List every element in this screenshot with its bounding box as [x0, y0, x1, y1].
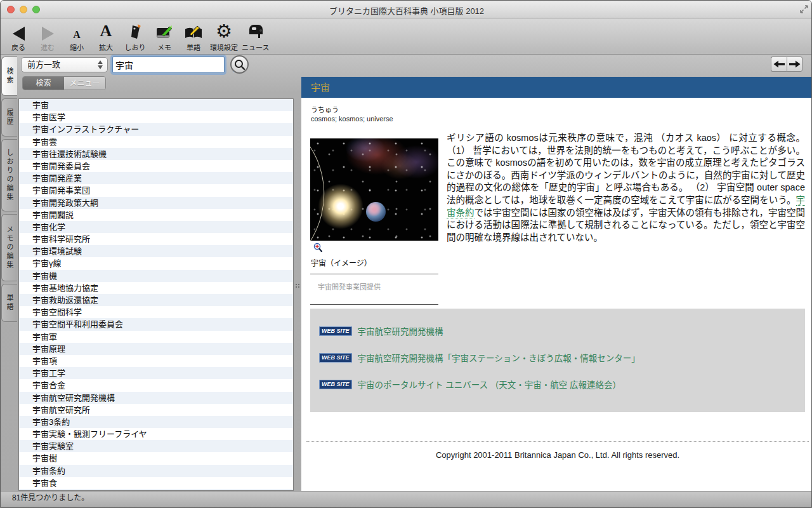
list-item[interactable]: 宇宙開発政策大綱: [19, 197, 293, 209]
search-input[interactable]: [113, 57, 233, 72]
enlarge-text-button[interactable]: A 拡大: [93, 19, 119, 52]
results-list: 宇宙 宇宙医学 宇宙インフラストラクチャー 宇宙雲 宇宙往還技術試験機 宇宙開発…: [18, 98, 294, 491]
list-item[interactable]: 宇宙実験・観測フリーフライヤ: [19, 428, 293, 440]
list-item[interactable]: 宇宙往還技術試験機: [19, 148, 293, 160]
article-title: 宇宙: [311, 82, 330, 93]
sidebar-tab-history[interactable]: 履歴: [1, 98, 17, 137]
body-text-part1: ギリシア語の kosmosは元来秩序の意味で，混沌 （カオス kaos） に対立…: [447, 133, 812, 205]
article-title-bar: 宇宙: [301, 77, 812, 98]
match-mode-select[interactable]: 前方一致: [21, 57, 108, 72]
space-image[interactable]: [310, 138, 438, 241]
body-text-part2: では宇宙空間には国家の領空権は及ばず，宇宙天体の領有も排除され，宇宙空間における…: [447, 208, 805, 243]
list-item[interactable]: 宇宙実験室: [19, 440, 293, 452]
sidebar: 検索 履歴 しおりの編集 メモの編集 単語: [1, 57, 18, 324]
list-item[interactable]: 宇宙軍: [19, 331, 293, 343]
article-reading: うちゅう: [311, 104, 812, 114]
search-button[interactable]: [230, 55, 249, 74]
weblink-item[interactable]: WEB SITE 宇宙航空研究開発機構: [319, 324, 799, 337]
list-item[interactable]: 宇宙化学: [19, 221, 293, 233]
list-item[interactable]: 宇宙開発産業: [19, 172, 293, 184]
toolbar: 戻る 進む A 縮小 A 拡大 しおり メモ: [1, 18, 812, 55]
image-credit: 宇宙開発事業団提供: [310, 274, 438, 298]
preferences-button[interactable]: ⚙ 環境設定: [210, 19, 238, 52]
weblink-item[interactable]: WEB SITE 宇宙航空研究開発機構「宇宙ステーション・きぼう広報・情報センタ…: [319, 351, 799, 364]
list-item[interactable]: 宇宙航空研究開発機構: [19, 392, 293, 404]
news-button[interactable]: ニュース: [242, 19, 269, 52]
gear-icon: ⚙: [216, 22, 232, 42]
memo-button[interactable]: メモ: [152, 19, 177, 52]
list-item[interactable]: 宇宙科学研究所: [19, 233, 293, 245]
bookmark-tag-icon: [127, 22, 143, 42]
copyright-divider: [306, 441, 809, 442]
list-item[interactable]: 宇宙航空研究所: [19, 404, 293, 416]
sidebar-tab-bookmark-edit[interactable]: しおりの編集: [1, 139, 17, 211]
weblink-item[interactable]: WEB SITE 宇宙のポータルサイト ユニバース （天文・宇宙・航空 広報連絡…: [319, 378, 799, 391]
panel-tabs: 検索 メニュー: [22, 76, 106, 90]
list-item[interactable]: 宇宙合金: [19, 379, 293, 391]
large-letter-a-icon: A: [100, 22, 112, 42]
right-arrow-icon: [789, 60, 801, 68]
list-item[interactable]: 宇宙医学: [19, 111, 293, 123]
sidebar-tab-memo-edit[interactable]: メモの編集: [1, 214, 17, 281]
weblink-label: 宇宙航空研究開発機構「宇宙ステーション・きぼう広報・情報センター」: [358, 351, 640, 364]
forward-arrow-icon: [42, 22, 54, 42]
stepper-arrows-icon: [98, 60, 103, 69]
image-caption: 宇宙（イメージ）: [311, 257, 438, 268]
list-item[interactable]: 宇宙3条約: [19, 416, 293, 428]
tab-menu[interactable]: メニュー: [64, 77, 105, 90]
list-item[interactable]: 宇宙γ線: [19, 257, 293, 269]
splitter-grip[interactable]: [295, 283, 300, 289]
sun-glow: [318, 184, 363, 229]
list-item[interactable]: 宇宙基地協力協定: [19, 282, 293, 294]
status-bar: 81件見つかりました。: [1, 491, 812, 508]
sidebar-tab-word[interactable]: 単語: [1, 284, 17, 322]
main-area: 前方一致 ▼ 検索 メニュー 検索 履歴 しおりの編集: [1, 55, 812, 491]
article-figure: 宇宙（イメージ） 宇宙開発事業団提供: [310, 138, 438, 305]
prev-article-button[interactable]: [771, 57, 787, 72]
expand-diagonal-icon[interactable]: [799, 4, 809, 17]
list-item[interactable]: 宇宙条約: [19, 465, 293, 477]
word-button[interactable]: 単語: [181, 19, 206, 52]
earth-globe: [366, 202, 386, 222]
list-item[interactable]: 宇宙空間平和利用委員会: [19, 318, 293, 330]
search-field: ▼: [112, 57, 225, 73]
list-item[interactable]: 宇宙食: [19, 477, 293, 489]
list-item[interactable]: 宇宙インフラストラクチャー: [19, 123, 293, 135]
weblink-label: 宇宙航空研究開発機構: [358, 324, 443, 337]
sidebar-tab-search[interactable]: 検索: [1, 57, 17, 96]
window-title: ブリタニカ国際大百科事典 小項目版 2012: [1, 4, 812, 17]
word-open-book-icon: [183, 22, 204, 42]
tab-search[interactable]: 検索: [23, 77, 64, 90]
shrink-text-button[interactable]: A 縮小: [64, 19, 89, 52]
list-item[interactable]: 宇宙空間科学: [19, 306, 293, 318]
list-item[interactable]: 宇宙項: [19, 355, 293, 367]
list-item[interactable]: 宇宙樹: [19, 452, 293, 464]
list-item[interactable]: 宇宙開発事業団: [19, 184, 293, 196]
match-mode-value: 前方一致: [27, 60, 60, 69]
list-item[interactable]: 宇宙開発委員会: [19, 160, 293, 172]
memo-book-pencil-icon: [155, 22, 174, 42]
website-badge: WEB SITE: [319, 326, 352, 336]
list-item[interactable]: 宇宙救助返還協定: [19, 294, 293, 306]
list-item[interactable]: 宇宙: [19, 99, 293, 111]
article-body-area: 宇宙（イメージ） 宇宙開発事業団提供 ギリシア語の kosmosは元来秩序の意味…: [301, 128, 812, 491]
zoom-in-icon[interactable]: [313, 243, 438, 255]
bookmark-button[interactable]: しおり: [122, 19, 148, 52]
back-button[interactable]: 戻る: [6, 19, 31, 52]
list-item[interactable]: 宇宙原理: [19, 343, 293, 355]
list-item[interactable]: 宇宙工学: [19, 367, 293, 379]
website-badge: WEB SITE: [319, 353, 352, 363]
copyright-text: Copyright 2001-2011 Britannica Japan Co.…: [310, 450, 805, 460]
next-article-button[interactable]: [787, 57, 802, 72]
list-item[interactable]: 宇宙雲: [19, 136, 293, 148]
credit-divider: [310, 304, 438, 305]
magnifier-icon: [233, 58, 246, 71]
list-item[interactable]: 宇宙環境試験: [19, 245, 293, 257]
list-item[interactable]: 宇宙機: [19, 270, 293, 282]
website-badge: WEB SITE: [319, 380, 352, 389]
list-item[interactable]: 宇宙開闢説: [19, 209, 293, 221]
small-letter-a-icon: A: [73, 22, 81, 42]
left-arrow-icon: [773, 60, 785, 68]
forward-button[interactable]: 進む: [35, 19, 60, 52]
article-panel: 宇宙 うちゅう cosmos; kosmos; universe 宇宙（イメージ…: [301, 77, 812, 491]
